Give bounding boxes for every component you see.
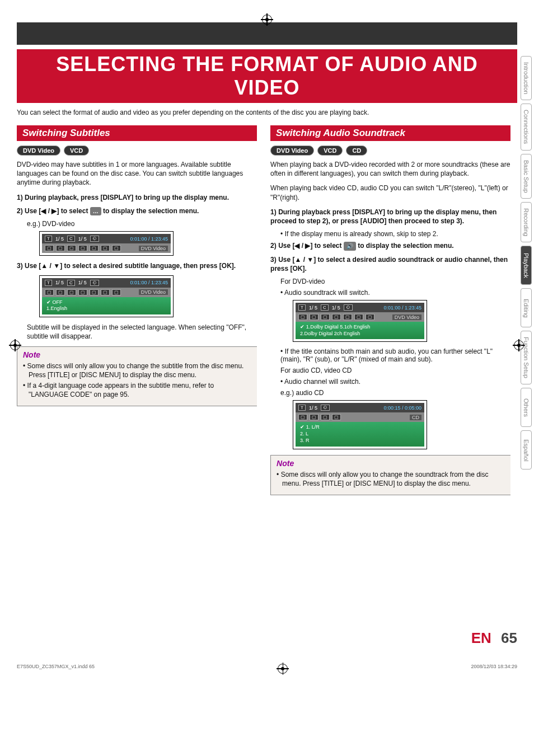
badge-vcd: VCD: [64, 145, 89, 156]
step1-bullet: • If the display menu is already shown, …: [280, 230, 510, 238]
osd-icon: ▢: [78, 289, 87, 295]
lang-code: EN: [471, 630, 491, 646]
osd-t-icon: T: [45, 236, 52, 242]
note-box-right: Note Some discs will only allow you to c…: [270, 455, 510, 495]
tab-basic-setup[interactable]: Basic Setup: [521, 154, 532, 199]
osd-icon: ▢: [298, 314, 307, 320]
osd-time: 0:00:15 / 0:05:00: [384, 405, 422, 411]
badge-dvd: DVD Video: [17, 145, 60, 156]
osd-icon: ▢: [56, 245, 65, 251]
check-icon: ✔ 1.Dolby Digital 5.1ch English: [300, 324, 420, 331]
step-1: 1) During playback, press [DISPLAY] to b…: [17, 193, 257, 202]
osd-icon: ▢: [321, 314, 330, 320]
note-title: Note: [277, 459, 505, 468]
osd-icon: ▢: [343, 314, 352, 320]
osd-icon: ▢: [310, 314, 318, 320]
step-2: 2) Use [◀ / ▶] to select 🔊 to display th…: [270, 241, 510, 251]
osd-c-icon: C: [67, 280, 75, 286]
osd-icon: ▢: [90, 289, 99, 295]
osd-time: 0:01:00 / 1:23:45: [130, 280, 168, 285]
osd-icon: ▢: [112, 245, 121, 251]
osd-icon: ▢: [56, 289, 65, 295]
dvd-switch-bullet: • Audio soundtrack will switch.: [280, 289, 510, 297]
osd-icon: ▢: [45, 245, 54, 251]
tab-connections[interactable]: Connections: [521, 104, 532, 150]
tab-espanol[interactable]: Español: [521, 430, 532, 469]
tab-recording[interactable]: Recording: [521, 202, 532, 242]
osd-screenshot-2: T 1/ 5 C 1/ 5 ⏲ 0:01:00 / 1:23:45 ▢ ▢ ▢ …: [39, 275, 174, 317]
tab-playback[interactable]: Playback: [521, 246, 532, 285]
badge-cd: CD: [346, 145, 367, 156]
osd-icon: ▢: [332, 314, 341, 320]
osd-screenshot-3: T 1/ 5 C 1/ 5 ⏲ 0:01:00 / 1:23:45 ▢ ▢ ▢ …: [293, 300, 427, 342]
check-icon: ✔ OFF: [46, 299, 166, 306]
osd-c-icon: C: [321, 304, 329, 311]
osd-icon: ▢: [354, 314, 363, 320]
audio-description-1: When playing back a DVD-video recorded w…: [270, 160, 510, 178]
badge-vcd: VCD: [317, 145, 343, 156]
page-number: 65: [501, 630, 517, 646]
registration-mark-icon: [10, 340, 20, 350]
example-label-cd: e.g.) audio CD: [280, 389, 510, 397]
osd-icon: ▢: [45, 289, 54, 295]
tab-introduction[interactable]: Introduction: [521, 56, 532, 100]
osd-clock-icon: ⏲: [344, 304, 353, 311]
left-right-arrows-icon: ◀ / ▶: [41, 207, 57, 215]
badge-dvd: DVD Video: [270, 145, 314, 156]
osd-icon: ▢: [298, 414, 307, 420]
osd-icon: ▢: [78, 245, 87, 251]
osd-icon: ▢: [112, 289, 121, 295]
tab-editing[interactable]: Editing: [521, 288, 532, 327]
osd-icon: ▢: [310, 414, 318, 420]
osd-t-icon: T: [298, 405, 306, 411]
up-down-arrows-icon: ▲ / ▼: [294, 256, 313, 264]
mix-note: • If the title contains both main and su…: [280, 348, 510, 363]
audio-menu-icon: 🔊: [344, 242, 356, 251]
osd-time: 0:01:00 / 1:23:45: [130, 236, 168, 242]
note-item: Some discs will only allow you to change…: [277, 470, 505, 488]
header-bar: [17, 22, 517, 45]
osd-screenshot-1: T 1/ 5 C 1/ 5 ⏲ 0:01:00 / 1:23:45 ▢ ▢ ▢ …: [39, 231, 174, 256]
osd-screenshot-4: T 1/ 5 ⏲ 0:00:15 / 0:05:00 ▢ ▢ ▢ ▢ CD ✔ …: [293, 400, 427, 449]
registration-mark-icon: [262, 15, 272, 25]
tab-others[interactable]: Others: [521, 388, 532, 427]
subtitle-description: DVD-video may have subtitles in 1 or mor…: [17, 160, 257, 187]
audio-description-2: When playing back video CD, audio CD you…: [270, 184, 510, 201]
subtitle-result: Subtitle will be displayed in the select…: [27, 323, 257, 341]
osd-icon: ▢: [101, 289, 110, 295]
step-3: 3) Use [▲ / ▼] to select a desired audio…: [270, 255, 510, 273]
osd-format-label: DVD Video: [392, 314, 421, 320]
chapter-tabs: Introduction Connections Basic Setup Rec…: [521, 56, 532, 469]
print-file: E7S50UD_ZC357MGX_v1.indd 65: [17, 664, 95, 674]
osd-icon: ▢: [101, 245, 110, 251]
osd-dropdown: ✔ 1.Dolby Digital 5.1ch English 2.Dolby …: [296, 322, 424, 339]
osd-dropdown: ✔ OFF 1.English: [42, 297, 171, 314]
page-title: SELECTING THE FORMAT OF AUDIO AND VIDEO: [17, 49, 517, 103]
osd-time: 0:01:00 / 1:23:45: [384, 305, 422, 311]
osd-format-label: DVD Video: [139, 246, 168, 251]
up-down-arrows-icon: ▲ / ▼: [41, 262, 60, 270]
osd-icon: ▢: [332, 414, 341, 420]
step-1: 1) During playback press [DISPLAY] to br…: [270, 208, 510, 226]
osd-format-label: DVD Video: [139, 289, 168, 295]
osd-clock-icon: ⏲: [90, 280, 99, 286]
subtitle-menu-icon: …: [90, 207, 101, 216]
osd-icon: ▢: [90, 245, 99, 251]
osd-c-icon: C: [67, 236, 75, 242]
page-footer: EN 65: [17, 630, 517, 647]
note-title: Note: [23, 350, 251, 359]
osd-icon: ▢: [366, 314, 374, 320]
for-cd-label: For audio CD, video CD: [280, 367, 510, 374]
osd-icon: ▢: [67, 289, 76, 295]
osd-t-icon: T: [298, 304, 306, 311]
section-header-subtitles: Switching Subtitles: [17, 125, 257, 141]
for-dvd-label: For DVD-video: [280, 278, 510, 285]
osd-icon: ▢: [67, 245, 76, 251]
print-date: 2008/12/03 18:34:29: [471, 664, 517, 674]
osd-clock-icon: ⏲: [321, 405, 330, 411]
tab-function-setup[interactable]: Function Setup: [521, 331, 532, 384]
check-icon: ✔ 1. L/R: [300, 424, 420, 431]
note-item: If a 4-digit language code appears in th…: [23, 381, 251, 399]
step-2: 2) Use [◀ / ▶] to select … to display th…: [17, 206, 257, 216]
step-3: 3) Use [▲ / ▼] to select a desired subti…: [17, 261, 257, 270]
